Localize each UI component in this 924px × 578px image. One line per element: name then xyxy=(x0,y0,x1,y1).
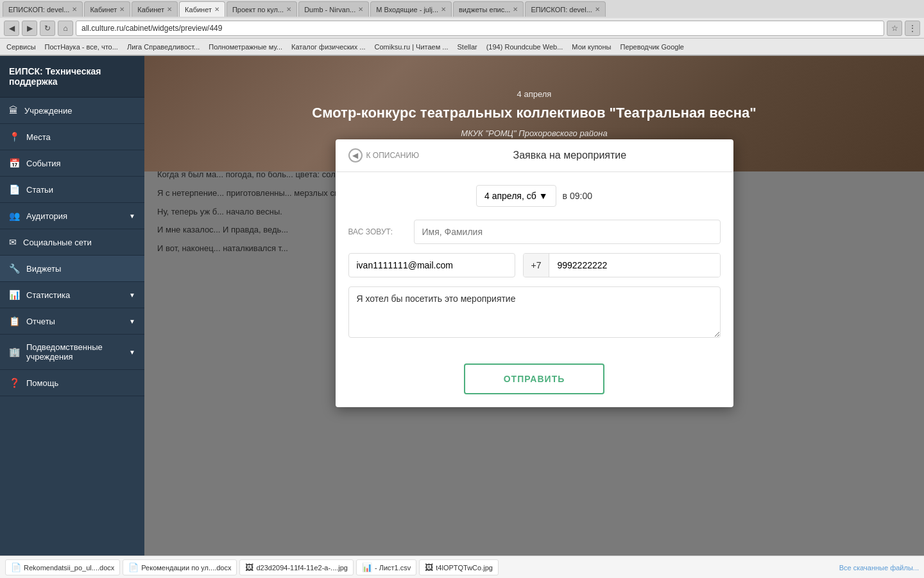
sidebar-item-widgets-label: Виджеты xyxy=(26,264,61,274)
bookmark-comiksu[interactable]: Comiksu.ru | Читаем ... xyxy=(372,42,451,52)
tab-8-label: виджеты епис... xyxy=(459,6,510,13)
content-area: ЕИПСК: Техническая поддержка ✉ Сообщения… xyxy=(144,56,924,556)
phone-input[interactable] xyxy=(549,254,719,277)
download-item-5[interactable]: 🖼 t4lOPTQTwCo.jpg xyxy=(419,559,499,575)
bookmark-postnauka[interactable]: ПостНаука - все, что... xyxy=(42,42,121,52)
sidebar-item-articles[interactable]: 📄 Статьи xyxy=(0,177,144,203)
reload-button[interactable]: ↻ xyxy=(40,21,55,36)
event-org: МКУК "РОМЦ" Прохоровского района xyxy=(312,128,756,138)
modal-header: ◀ К ОПИСАНИЮ Заявка на мероприятие xyxy=(336,139,733,172)
audience-arrow-icon: ▼ xyxy=(129,213,135,220)
tab-bar: ЕПИСКОП: devel... ✕ Кабинет ✕ Кабинет ✕ … xyxy=(0,0,924,18)
bookmark-translate[interactable]: Переводчик Google xyxy=(617,42,687,52)
audience-icon: 👥 xyxy=(9,211,20,221)
sidebar-item-widgets[interactable]: 🔧 Виджеты xyxy=(0,256,144,282)
tab-7-close[interactable]: ✕ xyxy=(441,6,446,13)
tab-5-close[interactable]: ✕ xyxy=(286,6,291,13)
subsidiaries-icon: 🏢 xyxy=(9,347,20,357)
submit-button[interactable]: ОТПРАВИТЬ xyxy=(464,363,605,394)
tab-1-label: ЕПИСКОП: devel... xyxy=(8,6,69,13)
date-dropdown-icon: ▼ xyxy=(539,191,548,201)
sidebar-item-places[interactable]: 📍 Места xyxy=(0,124,144,150)
bookmark-stellar[interactable]: Stellar xyxy=(455,42,480,52)
tab-2-close[interactable]: ✕ xyxy=(119,6,124,13)
download-item-3[interactable]: 🖼 d23d2094-11f4-11e2-a-....jpg xyxy=(239,559,354,575)
tab-9-label: ЕПИСКОП: devel... xyxy=(531,6,592,13)
bookmark-liga[interactable]: Лига Справедливост... xyxy=(124,42,202,52)
sidebar-item-reports[interactable]: 📋 Отчеты ▼ xyxy=(0,308,144,335)
tab-3[interactable]: Кабинет ✕ xyxy=(132,1,178,17)
bookmark-coupons[interactable]: Мои купоны xyxy=(569,42,613,52)
sidebar-item-subsidiaries[interactable]: 🏢 Подведомственные учреждения ▼ xyxy=(0,335,144,370)
sidebar-item-statistics-label: Статистика xyxy=(26,290,70,300)
download-item-1[interactable]: 📄 Rekomendatsii_po_ul....docx xyxy=(5,559,120,575)
modal-back-button[interactable]: ◀ К ОПИСАНИЮ xyxy=(348,148,420,162)
event-date-small: 4 апреля xyxy=(312,89,756,99)
reports-arrow-icon: ▼ xyxy=(129,318,135,325)
tab-1[interactable]: ЕПИСКОП: devel... ✕ xyxy=(3,1,83,17)
back-arrow-icon: ◀ xyxy=(348,148,363,162)
tab-6-close[interactable]: ✕ xyxy=(358,6,363,13)
download-2-icon: 📄 xyxy=(128,563,139,572)
tab-9[interactable]: ЕПИСКОП: devel... ✕ xyxy=(525,1,605,17)
subsidiaries-arrow-icon: ▼ xyxy=(129,349,135,356)
sidebar-item-events[interactable]: 📅 События xyxy=(0,150,144,177)
tab-4-close[interactable]: ✕ xyxy=(214,6,219,13)
sidebar-item-help[interactable]: ❓ Помощь xyxy=(0,370,144,396)
tab-8-close[interactable]: ✕ xyxy=(513,6,518,13)
sidebar-item-institution[interactable]: 🏛 Учреждение xyxy=(0,98,144,124)
sidebar-item-events-label: События xyxy=(26,159,61,168)
sidebar-item-statistics[interactable]: 📊 Статистика ▼ xyxy=(0,282,144,308)
statistics-arrow-icon: ▼ xyxy=(129,292,135,299)
address-bar[interactable] xyxy=(76,21,884,36)
tab-7[interactable]: M Входящие - julj... ✕ xyxy=(370,1,452,17)
places-icon: 📍 xyxy=(9,132,20,142)
tab-6[interactable]: Dumb - Nirvan... ✕ xyxy=(298,1,369,17)
bookmark-servisy[interactable]: Сервисы xyxy=(4,42,38,52)
bookmark-full[interactable]: Полнометражные му... xyxy=(206,42,285,52)
name-label: ВАС ЗОВУТ: xyxy=(348,227,406,236)
download-2-label: Рекомендации по ул....docx xyxy=(141,564,231,572)
download-item-2[interactable]: 📄 Рекомендации по ул....docx xyxy=(123,559,237,575)
download-item-4[interactable]: 📊 - Лист1.csv xyxy=(356,559,416,575)
statistics-icon: 📊 xyxy=(9,290,20,300)
back-button[interactable]: ◀ xyxy=(4,21,19,36)
downloads-all-link[interactable]: Все скачанные файлы... xyxy=(839,564,919,572)
widgets-icon: 🔧 xyxy=(9,263,20,274)
settings-button[interactable]: ⋮ xyxy=(905,21,920,36)
tab-4-label: Кабинет xyxy=(185,6,212,13)
tab-5-label: Проект по кул... xyxy=(232,6,284,13)
tab-8[interactable]: виджеты епис... ✕ xyxy=(453,1,524,17)
forward-button[interactable]: ▶ xyxy=(22,21,37,36)
sidebar-item-audience[interactable]: 👥 Аудитория ▼ xyxy=(0,203,144,229)
sidebar-header: ЕИПСК: Техническая поддержка xyxy=(0,56,144,98)
sidebar-item-places-label: Места xyxy=(26,132,51,142)
name-row: ВАС ЗОВУТ: xyxy=(348,220,721,244)
message-textarea[interactable]: Я хотел бы посетить это мероприятие xyxy=(348,286,721,338)
modal-overlay[interactable]: 4 апреля Смотр-конкурс театральных колле… xyxy=(144,56,924,556)
bookmarks-bar: Сервисы ПостНаука - все, что... Лига Спр… xyxy=(0,39,924,55)
download-5-icon: 🖼 xyxy=(425,563,433,572)
sidebar-item-social-label: Социальные сети xyxy=(23,238,92,247)
email-input[interactable] xyxy=(348,253,515,277)
name-input[interactable] xyxy=(414,220,721,244)
event-banner-content: 4 апреля Смотр-конкурс театральных колле… xyxy=(312,89,756,139)
sidebar-item-social[interactable]: ✉ Социальные сети xyxy=(0,229,144,256)
modal-body: 4 апреля, сб ▼ в 09:00 ВАС ЗОВУТ: xyxy=(336,172,733,353)
bookmark-button[interactable]: ☆ xyxy=(887,21,902,36)
help-icon: ❓ xyxy=(9,378,20,388)
tab-4[interactable]: Кабинет ✕ xyxy=(179,1,225,17)
tab-2-label: Кабинет xyxy=(90,6,117,13)
download-1-label: Rekomendatsii_po_ul....docx xyxy=(24,564,114,572)
tab-5[interactable]: Проект по кул... ✕ xyxy=(227,1,297,17)
bookmark-roundcube[interactable]: (194) Roundcube Web... xyxy=(484,42,566,52)
tab-3-close[interactable]: ✕ xyxy=(167,6,172,13)
date-select[interactable]: 4 апреля, сб ▼ xyxy=(476,185,556,207)
tab-1-close[interactable]: ✕ xyxy=(72,6,77,13)
home-button[interactable]: ⌂ xyxy=(58,21,73,36)
tab-2[interactable]: Кабинет ✕ xyxy=(84,1,130,17)
tab-9-close[interactable]: ✕ xyxy=(595,6,600,13)
events-icon: 📅 xyxy=(9,158,20,168)
bookmark-catalog[interactable]: Каталог физических ... xyxy=(289,42,368,52)
date-value: 4 апреля, сб xyxy=(484,191,536,201)
